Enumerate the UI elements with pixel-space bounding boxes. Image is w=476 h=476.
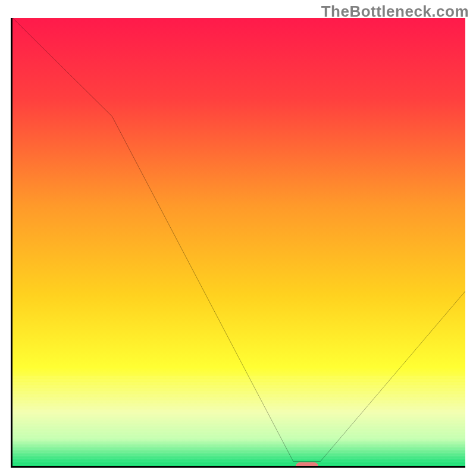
plot-area (11, 18, 465, 468)
plot-inner (12, 18, 465, 466)
bottleneck-curve (12, 18, 465, 466)
watermark-text: TheBottleneck.com (321, 2, 469, 21)
chart-frame: TheBottleneck.com (0, 0, 476, 476)
optimal-marker (296, 462, 318, 466)
